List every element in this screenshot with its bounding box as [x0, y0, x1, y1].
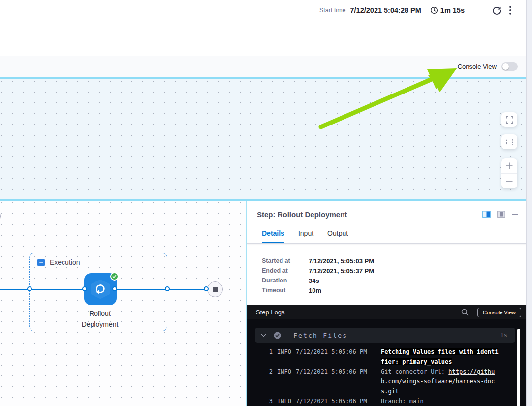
pipeline-canvas-upper[interactable] [0, 79, 526, 199]
zoom-in-button[interactable] [501, 158, 517, 173]
check-circle-icon [274, 332, 281, 339]
step-details-list: Started at 7/12/2021, 5:05:03 PM Ended a… [262, 256, 374, 295]
collapse-group-icon[interactable] [37, 259, 45, 266]
connector-dot [204, 286, 209, 291]
step-logs-console: Fetch Files 1s 1 INFO 7/12/2021 5:05:06 … [247, 319, 526, 406]
stop-icon [213, 287, 218, 292]
tab-input[interactable]: Input [298, 228, 313, 243]
connector-dot [165, 286, 170, 291]
step-details-panel: Step: Rollout Deployment Details Input O… [246, 201, 526, 406]
detail-value: 7/12/2021, 5:05:37 PM [309, 267, 374, 275]
marquee-icon [506, 139, 513, 145]
panel-layout-controls [482, 211, 518, 218]
log-line: 3 INFO 7/12/2021 5:05:06 PM Branch: main [247, 396, 526, 406]
log-line-number: 2 [267, 367, 273, 376]
fullscreen-icon [506, 116, 513, 124]
panel-tabs-bar: Details Input Output [247, 228, 526, 244]
detail-value: 34s [309, 277, 319, 284]
log-timestamp: 7/12/2021 5:05:06 PM [296, 367, 370, 376]
node-label: Rollout Deployment [65, 308, 134, 330]
fit-to-screen-button[interactable] [501, 134, 517, 149]
tab-details[interactable]: Details [262, 228, 284, 243]
detail-value: 10m [309, 287, 321, 294]
detail-label: Ended at [262, 267, 309, 274]
log-scrollbar-thumb[interactable] [517, 329, 520, 406]
console-view-label: Console View [458, 63, 497, 70]
log-group-name: Fetch Files [293, 332, 501, 339]
pipeline-canvas-lower[interactable]: Execution Rollout Deployment [0, 201, 246, 406]
log-timestamp: 7/12/2021 5:05:06 PM [296, 347, 370, 357]
stop-node[interactable] [207, 281, 223, 297]
execution-group-label: Execution [50, 258, 80, 266]
log-message: Branch: main [381, 396, 498, 406]
elapsed-duration: 1m 15s [440, 6, 465, 14]
log-message: Git connector Url: https://github.com/wi… [381, 367, 498, 396]
detail-row-timeout: Timeout 10m [262, 285, 374, 295]
stage-toolbar: Console View [0, 56, 526, 77]
log-group-duration: 1s [501, 332, 507, 339]
zoom-out-button[interactable] [501, 173, 517, 188]
step-logs-title: Step Logs [256, 309, 461, 316]
log-line-number: 1 [267, 347, 273, 357]
rollout-icon [94, 282, 107, 296]
right-panel-view-icon[interactable] [497, 211, 505, 218]
connector-dot [112, 286, 117, 291]
pipeline-execution-page: Start time 7/12/2021 5:04:28 PM 1m 15s C… [0, 0, 532, 406]
console-view-button[interactable]: Console View [477, 308, 521, 317]
detail-label: Duration [262, 277, 309, 284]
log-group-fetch-files[interactable]: Fetch Files 1s [255, 328, 515, 343]
connector-dot [27, 286, 32, 291]
detail-row-duration: Duration 34s [262, 276, 374, 285]
detail-label: Timeout [262, 287, 309, 294]
split-view-icon[interactable] [482, 211, 491, 218]
zoom-controls [501, 158, 517, 188]
step-logs-header: Step Logs Console View [247, 305, 526, 319]
log-level: INFO [277, 367, 293, 376]
more-options-button[interactable] [509, 6, 511, 15]
log-message: Fetching Values files with identifier: p… [381, 347, 498, 367]
clock-icon [430, 6, 438, 14]
refresh-button[interactable] [492, 6, 501, 15]
connector-dot [82, 286, 87, 291]
log-timestamp: 7/12/2021 5:05:06 PM [296, 396, 370, 406]
log-line: 2 INFO 7/12/2021 5:05:06 PM Git connecto… [247, 367, 526, 396]
detail-row-started: Started at 7/12/2021, 5:05:03 PM [262, 256, 374, 266]
page-scrollbar[interactable] [526, 0, 532, 406]
console-view-toggle[interactable] [501, 62, 518, 71]
detail-value: 7/12/2021, 5:05:03 PM [309, 257, 374, 265]
detail-row-ended: Ended at 7/12/2021, 5:05:37 PM [262, 266, 374, 276]
log-line-number: 3 [267, 396, 273, 406]
panel-title: Step: Rollout Deployment [257, 210, 347, 219]
toggle-knob [502, 63, 509, 70]
success-check-icon [110, 272, 119, 281]
execution-group-header[interactable]: Execution [37, 258, 80, 266]
page-header: Start time 7/12/2021 5:04:28 PM 1m 15s [0, 0, 526, 55]
log-line: 1 INFO 7/12/2021 5:05:06 PM Fetching Val… [247, 347, 526, 367]
start-time-value: 7/12/2021 5:04:28 PM [350, 6, 421, 14]
detail-label: Started at [262, 257, 309, 264]
refresh-icon [492, 6, 501, 15]
start-time-label: Start time [319, 7, 346, 14]
search-icon[interactable] [461, 309, 469, 316]
fullscreen-button[interactable] [501, 112, 517, 127]
minus-icon [505, 177, 513, 185]
tab-output[interactable]: Output [327, 228, 348, 243]
plus-icon [505, 162, 513, 170]
minimize-panel-button[interactable] [512, 214, 518, 215]
chevron-down-icon[interactable] [261, 334, 266, 337]
log-level: INFO [277, 347, 293, 357]
offscreen-node[interactable] [0, 208, 1, 224]
execution-meta: Start time 7/12/2021 5:04:28 PM 1m 15s [319, 4, 511, 17]
log-level: INFO [277, 396, 293, 406]
kebab-icon [509, 6, 511, 15]
